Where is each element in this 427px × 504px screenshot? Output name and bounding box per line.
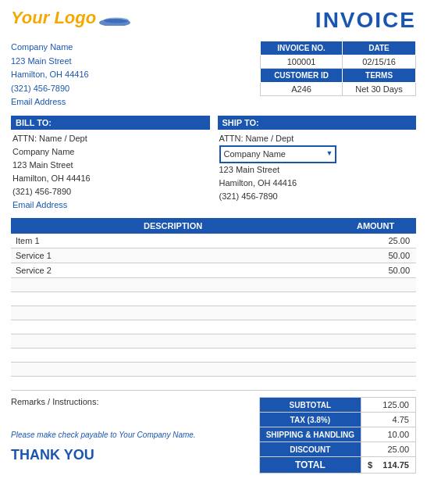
customer-id-header: CUSTOMER ID [261, 69, 343, 83]
shipping-row: SHIPPING & HANDLING 10.00 [259, 427, 415, 442]
check-payable-name-em: Your Company Name. [119, 431, 195, 439]
check-payable: Please make check payable to Your Compan… [11, 430, 251, 441]
sender-company: Company Name [11, 41, 89, 55]
bill-to-block: BILL TO: ATTN: Name / Dept Company Name … [11, 116, 210, 212]
item-description [11, 349, 335, 363]
subtotal-value: 125.00 [361, 398, 416, 413]
item-amount [335, 334, 416, 349]
item-description: Service 2 [11, 263, 335, 278]
totals-area: SUBTOTAL 125.00 TAX (3.8%) 4.75 SHIPPING… [259, 397, 416, 474]
table-row [11, 363, 416, 377]
item-amount [335, 278, 416, 292]
tax-row: TAX (3.8%) 4.75 [259, 413, 415, 427]
total-label: TOTAL [259, 457, 361, 474]
bill-phone: (321) 456-7890 [11, 185, 210, 198]
items-table: DESCRIPTION AMOUNT Item 125.00Service 15… [11, 218, 416, 391]
discount-label: DISCOUNT [259, 442, 361, 457]
bottom-section: Remarks / Instructions: Please make chec… [11, 397, 416, 474]
amount-header: AMOUNT [335, 218, 416, 234]
header: Your Logo INVOICE [11, 8, 416, 33]
check-payable-text: Please make check payable to [11, 431, 117, 439]
ship-company: Company Name ▼ [218, 145, 417, 163]
ship-company-highlighted[interactable]: Company Name ▼ [219, 145, 336, 163]
bill-address1: 123 Main Street [11, 159, 210, 172]
subtotal-row: SUBTOTAL 125.00 [259, 398, 415, 413]
top-section: Company Name 123 Main Street Hamilton, O… [11, 41, 416, 109]
remarks-label: Remarks / Instructions: [11, 397, 251, 406]
item-amount: 50.00 [335, 263, 416, 278]
table-row [11, 349, 416, 363]
logo-swoosh-icon [99, 15, 130, 26]
invoice-page: Your Logo INVOICE Company Name 123 Main … [0, 0, 427, 504]
remarks-block: Remarks / Instructions: Please make chec… [11, 397, 259, 463]
sender-address2: Hamilton, OH 44416 [11, 68, 89, 82]
invoice-info-area: INVOICE NO. DATE 100001 02/15/16 CUSTOME… [260, 41, 416, 109]
invoice-no-header: INVOICE NO. [261, 41, 343, 55]
table-row [11, 306, 416, 320]
item-amount: 25.00 [335, 234, 416, 248]
invoice-title: INVOICE [315, 8, 416, 33]
item-description [11, 334, 335, 349]
subtotal-label: SUBTOTAL [259, 398, 361, 413]
table-row: Service 150.00 [11, 248, 416, 263]
ship-to-header: SHIP TO: [218, 116, 417, 130]
bill-email: Email Address [11, 198, 210, 212]
logo-area: Your Logo [11, 8, 130, 28]
table-row [11, 377, 416, 391]
shipping-value: 10.00 [361, 427, 416, 442]
ship-company-value: Company Name [224, 149, 286, 159]
logo-text: Your Logo [11, 8, 96, 28]
item-description: Item 1 [11, 234, 335, 248]
bill-company: Company Name [11, 145, 210, 159]
svg-point-1 [104, 18, 129, 23]
description-header: DESCRIPTION [11, 218, 335, 234]
item-amount [335, 320, 416, 334]
ship-address1: 123 Main Street [218, 163, 417, 177]
total-value: 114.75 [383, 460, 409, 470]
tax-label: TAX (3.8%) [259, 413, 361, 427]
date-value: 02/15/16 [343, 55, 416, 69]
discount-value: 25.00 [361, 442, 416, 457]
item-description [11, 363, 335, 377]
total-dollar-sign: $ [368, 460, 372, 470]
item-description [11, 377, 335, 391]
item-amount [335, 377, 416, 391]
date-header: DATE [343, 41, 416, 55]
sender-phone: (321) 456-7890 [11, 82, 89, 96]
item-description [11, 278, 335, 292]
invoice-info-table: INVOICE NO. DATE 100001 02/15/16 CUSTOME… [260, 41, 416, 96]
item-amount [335, 349, 416, 363]
thank-you: THANK YOU [11, 447, 251, 463]
dropdown-arrow-icon: ▼ [326, 148, 333, 159]
table-row: Service 250.00 [11, 263, 416, 278]
terms-value: Net 30 Days [343, 83, 416, 96]
table-row: Item 125.00 [11, 234, 416, 248]
totals-table: SUBTOTAL 125.00 TAX (3.8%) 4.75 SHIPPING… [259, 397, 416, 474]
item-amount: 50.00 [335, 248, 416, 263]
sender-address1: 123 Main Street [11, 55, 89, 69]
customer-id-value: A246 [261, 83, 343, 96]
table-row [11, 320, 416, 334]
total-row: TOTAL $ 114.75 [259, 457, 415, 474]
bill-attn: ATTN: Name / Dept [11, 132, 210, 145]
item-description [11, 292, 335, 306]
ship-phone: (321) 456-7890 [218, 190, 417, 203]
terms-header: TERMS [343, 69, 416, 83]
bill-to-header: BILL TO: [11, 116, 210, 130]
sender-email: Email Address [11, 95, 89, 109]
item-description [11, 306, 335, 320]
invoice-no-value: 100001 [261, 55, 343, 69]
item-amount [335, 363, 416, 377]
table-row [11, 292, 416, 306]
table-row [11, 334, 416, 349]
bill-ship-section: BILL TO: ATTN: Name / Dept Company Name … [11, 116, 416, 212]
item-description: Service 1 [11, 248, 335, 263]
discount-row: DISCOUNT 25.00 [259, 442, 415, 457]
ship-to-block: SHIP TO: ATTN: Name / Dept Company Name … [218, 116, 417, 212]
ship-attn: ATTN: Name / Dept [218, 132, 417, 145]
sender-block: Company Name 123 Main Street Hamilton, O… [11, 41, 89, 109]
item-amount [335, 306, 416, 320]
shipping-label: SHIPPING & HANDLING [259, 427, 361, 442]
item-amount [335, 292, 416, 306]
table-row [11, 278, 416, 292]
